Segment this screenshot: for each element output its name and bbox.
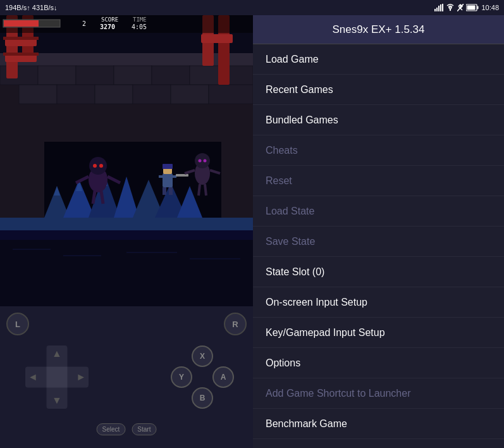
svg-line-59 <box>93 191 95 204</box>
dpad-up: ▲ <box>52 348 62 359</box>
battery-icon <box>466 4 479 11</box>
menu-item-label: Add Game Shortcut to Launcher <box>266 388 410 399</box>
start-button[interactable]: Start <box>132 423 156 435</box>
menu-item-label: Load Game <box>266 54 319 65</box>
status-bar: 194B/s↑ 431B/s↓ 10:48 <box>0 0 504 15</box>
menu-item-label: Options <box>266 358 300 369</box>
svg-rect-21 <box>57 85 95 104</box>
svg-point-71 <box>199 159 202 163</box>
button-a[interactable]: A <box>212 366 234 388</box>
menu-item-recent-games[interactable]: Recent Games <box>253 75 504 105</box>
left-shoulder-button[interactable]: L <box>6 313 29 335</box>
menu-item-state-slot[interactable]: State Slot (0) <box>253 257 504 287</box>
svg-line-76 <box>205 184 206 196</box>
svg-rect-20 <box>19 85 57 104</box>
svg-text:TIME: TIME <box>133 16 147 23</box>
right-shoulder-button[interactable]: R <box>224 313 247 335</box>
svg-rect-22 <box>95 85 133 104</box>
menu-item-cheats: Cheats <box>253 135 504 166</box>
svg-rect-17 <box>152 66 190 85</box>
svg-rect-61 <box>163 173 173 187</box>
menu-item-label: State Slot (0) <box>266 266 324 278</box>
svg-rect-46 <box>0 218 253 230</box>
svg-rect-48 <box>0 240 253 306</box>
svg-rect-4 <box>442 4 443 11</box>
svg-rect-67 <box>169 187 173 195</box>
dpad[interactable]: ▲ ▼ ◄ ► <box>25 345 89 409</box>
wifi-icon <box>446 4 455 11</box>
menu-item-add-shortcut: Add Game Shortcut to Launcher <box>253 378 504 409</box>
svg-rect-2 <box>438 6 439 11</box>
network-speed: 194B/s↑ 431B/s↓ <box>5 4 58 11</box>
svg-rect-14 <box>38 66 76 85</box>
menu-item-label: Key/Gamepad Input Setup <box>266 327 385 339</box>
svg-rect-63 <box>163 164 173 169</box>
svg-rect-65 <box>172 175 176 178</box>
game-screen: SCORE 3270 TIME 4:05 2 <box>0 15 253 306</box>
signal-icon <box>434 4 443 11</box>
select-button[interactable]: Select <box>97 423 126 435</box>
status-right: 10:48 <box>434 4 499 11</box>
menu-item-key-gamepad[interactable]: Key/Gamepad Input Setup <box>253 318 504 348</box>
menu-item-bundled-games[interactable]: Bundled Games <box>253 105 504 135</box>
svg-rect-31 <box>3 53 39 56</box>
svg-text:4:05: 4:05 <box>132 23 147 30</box>
controller-area: L R ▲ ▼ ◄ ► Select S <box>0 306 253 448</box>
svg-rect-34 <box>201 34 233 43</box>
svg-rect-66 <box>163 187 166 195</box>
svg-point-54 <box>89 157 107 175</box>
menu-item-onscreen-input[interactable]: On-screen Input Setup <box>253 287 504 318</box>
svg-text:SCORE: SCORE <box>101 16 118 23</box>
menu-item-game-screenshot: Game Screenshot <box>253 439 504 448</box>
menu-item-label: Benchmark Game <box>266 418 347 430</box>
svg-point-55 <box>93 164 97 168</box>
svg-rect-68 <box>176 174 188 177</box>
menu-item-label: Load State <box>266 206 314 217</box>
menu-item-benchmark[interactable]: Benchmark Game <box>253 409 504 439</box>
menu-item-label: Reset <box>266 175 292 187</box>
menu-item-label: Cheats <box>266 145 298 156</box>
svg-rect-23 <box>133 85 171 104</box>
game-scene: SCORE 3270 TIME 4:05 2 <box>0 15 253 306</box>
menu-item-save-state: Save State <box>253 227 504 257</box>
dpad-center <box>47 367 68 388</box>
menu-panel: Snes9x EX+ 1.5.34 Load GameRecent GamesB… <box>253 15 504 448</box>
svg-rect-25 <box>209 85 253 104</box>
menu-title: Snes9x EX+ 1.5.34 <box>332 23 424 36</box>
button-y[interactable]: Y <box>171 366 192 388</box>
menu-item-label: Recent Games <box>266 84 333 96</box>
action-buttons: X Y A B <box>171 345 234 409</box>
dpad-right: ► <box>76 371 86 383</box>
svg-text:3270: 3270 <box>100 23 115 30</box>
menu-item-reset: Reset <box>253 166 504 196</box>
svg-rect-3 <box>440 4 441 11</box>
button-x[interactable]: X <box>192 345 213 367</box>
svg-point-5 <box>450 9 451 11</box>
svg-point-72 <box>204 159 207 163</box>
svg-rect-1 <box>436 8 438 11</box>
svg-rect-16 <box>114 66 152 85</box>
bluetooth-icon <box>457 4 464 11</box>
menu-item-load-state: Load State <box>253 196 504 227</box>
menu-item-load-game[interactable]: Load Game <box>253 44 504 75</box>
menu-list: Load GameRecent GamesBundled GamesCheats… <box>253 44 504 448</box>
button-b[interactable]: B <box>192 387 213 409</box>
menu-header: Snes9x EX+ 1.5.34 <box>253 15 504 44</box>
svg-text:2: 2 <box>82 20 86 27</box>
svg-rect-9 <box>467 6 476 10</box>
menu-buttons: Select Start <box>97 423 157 435</box>
menu-item-label: Bundled Games <box>266 115 338 126</box>
svg-rect-30 <box>3 37 39 40</box>
svg-point-56 <box>99 164 103 168</box>
clock: 10:48 <box>481 4 499 11</box>
status-network: 194B/s↑ 431B/s↓ <box>5 4 58 11</box>
svg-line-60 <box>101 191 103 204</box>
svg-rect-8 <box>477 6 479 9</box>
svg-rect-19 <box>228 66 253 85</box>
svg-rect-13 <box>0 66 38 85</box>
svg-rect-64 <box>159 175 163 178</box>
menu-item-options[interactable]: Options <box>253 348 504 378</box>
svg-rect-0 <box>434 9 436 11</box>
menu-item-label: Save State <box>266 236 315 247</box>
svg-point-70 <box>195 153 210 168</box>
